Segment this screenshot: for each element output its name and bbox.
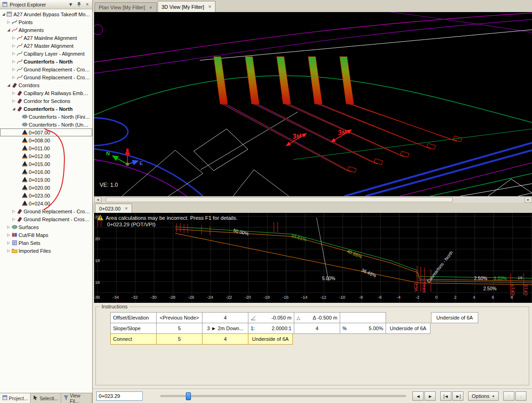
instruction-cell[interactable]: Connect bbox=[110, 333, 157, 345]
collapse-icon[interactable]: ◢ bbox=[6, 28, 11, 32]
tree-item[interactable]: ▷Capillary At Railways Emban... bbox=[0, 89, 92, 97]
station-input[interactable] bbox=[96, 391, 143, 401]
expand-icon[interactable]: ▷ bbox=[11, 51, 16, 56]
close-icon[interactable]: × bbox=[84, 1, 91, 8]
expand-icon[interactable]: ▷ bbox=[11, 217, 16, 221]
tree-item[interactable]: ◢Counterforts - North bbox=[0, 105, 92, 113]
caret-down-icon: ▼ bbox=[492, 395, 495, 398]
tree-item[interactable]: ▷Ground Replacement - Cros... bbox=[0, 65, 92, 73]
collapse-icon[interactable]: ◢ bbox=[1, 12, 6, 16]
view-tab[interactable]: 3D View [My Filter]× bbox=[158, 1, 216, 12]
tree-item[interactable]: ▷Imported Files bbox=[0, 247, 92, 255]
tree-item[interactable]: 0+008.00 bbox=[0, 136, 92, 144]
instruction-cell[interactable] bbox=[340, 312, 386, 323]
instruction-cell[interactable]: 1:2.0000:1 bbox=[248, 323, 294, 334]
instruction-cell[interactable]: 4 bbox=[202, 333, 248, 345]
scrollbar-thumb[interactable] bbox=[106, 197, 453, 202]
expand-icon[interactable]: ▷ bbox=[6, 20, 11, 24]
instruction-cell[interactable]: Underside of 6A bbox=[431, 312, 478, 323]
expand-icon[interactable]: ▷ bbox=[6, 225, 11, 229]
tree-item[interactable]: ▷Surfaces bbox=[0, 223, 92, 231]
instruction-cell[interactable]: -0.050 m bbox=[248, 312, 294, 323]
tree-item[interactable]: 0+012.00 bbox=[0, 152, 92, 160]
tree-item[interactable]: ▷A27 Master Alignment bbox=[0, 42, 92, 50]
horizontal-scrollbar[interactable]: ◄ ► bbox=[94, 196, 532, 203]
collapse-icon[interactable]: ◢ bbox=[6, 83, 11, 87]
move-down-button[interactable]: ↓ bbox=[515, 391, 526, 401]
prev-section-button[interactable]: ◄ bbox=[412, 391, 424, 401]
tree-item[interactable]: 0+007.00 bbox=[0, 128, 92, 136]
expand-icon[interactable]: ▷ bbox=[6, 233, 11, 237]
tree-item[interactable]: ▷Ground Replacement - Cros... bbox=[0, 73, 92, 81]
section-tab[interactable]: 0+023.00 × bbox=[95, 204, 132, 213]
tree-item[interactable]: ▷Corridor for Sections bbox=[0, 97, 92, 105]
tree-item[interactable]: ▷A27 Mainline Alignment bbox=[0, 34, 92, 42]
panel-tab-2[interactable]: View Fil... bbox=[61, 393, 92, 403]
tree-item[interactable]: ▷Counterforts - North bbox=[0, 58, 92, 65]
close-icon[interactable]: × bbox=[125, 206, 127, 211]
instruction-cell[interactable]: △Δ -0.500 m bbox=[294, 312, 340, 323]
expand-icon[interactable]: ▷ bbox=[11, 91, 16, 95]
pin-icon[interactable] bbox=[76, 1, 82, 8]
move-up-button[interactable]: ↑ bbox=[503, 391, 514, 401]
instruction-cell[interactable]: Underside of 6A bbox=[248, 333, 293, 345]
tree-item[interactable]: 0+016.00 bbox=[0, 168, 92, 176]
slider-track[interactable] bbox=[160, 395, 406, 397]
tree-item[interactable]: ◢A27 Arundel Bypass Takeoff Mo... bbox=[0, 10, 92, 18]
tree-item[interactable]: ▷Points bbox=[0, 18, 92, 26]
tree-item[interactable]: 0+024.00 bbox=[0, 199, 92, 207]
next-section-button[interactable]: ► bbox=[424, 391, 436, 401]
close-icon[interactable]: × bbox=[149, 5, 152, 10]
tree-item[interactable]: ▷Ground Replacement - Cros... bbox=[0, 207, 92, 215]
scrollbar-track[interactable] bbox=[101, 197, 525, 203]
instruction-cell[interactable]: Slope/Slope bbox=[110, 323, 157, 334]
last-section-button[interactable]: ►| bbox=[452, 391, 463, 401]
first-section-button-icon: |◄ bbox=[443, 394, 449, 399]
instruction-cell[interactable]: 3 ► 2m Down... bbox=[202, 323, 248, 334]
first-section-button[interactable]: |◄ bbox=[440, 391, 451, 401]
expand-icon[interactable]: ▷ bbox=[6, 249, 11, 253]
tree-item[interactable]: ▷Capillary Layer - Alignment bbox=[0, 50, 92, 58]
panel-tab-1[interactable]: Selecti... bbox=[31, 393, 61, 403]
close-icon[interactable]: × bbox=[209, 4, 211, 9]
slider-thumb[interactable] bbox=[186, 392, 191, 400]
station-slider[interactable] bbox=[160, 391, 406, 401]
instruction-cell[interactable]: 5 bbox=[156, 323, 203, 334]
tree-item[interactable]: 0+011.00 bbox=[0, 144, 92, 152]
tree-item[interactable]: ◢Corridors bbox=[0, 81, 92, 89]
expand-icon[interactable]: ▷ bbox=[11, 67, 16, 71]
collapse-icon[interactable]: ◢ bbox=[11, 107, 16, 111]
tree-item[interactable]: ▷Cut/Fill Maps bbox=[0, 231, 92, 239]
cross-section-viewport[interactable]: Area calculations may be incorrect. Pres… bbox=[94, 213, 532, 303]
view-tab[interactable]: Plan View [My Filter]× bbox=[95, 2, 157, 12]
expand-icon[interactable]: ▷ bbox=[11, 59, 16, 64]
tree-item[interactable]: Counterforts - North (Finish) bbox=[0, 113, 92, 121]
tree-item[interactable]: ▷Ground Replacment - Cross... bbox=[0, 215, 92, 223]
tree-item[interactable]: ▷Plan Sets bbox=[0, 239, 92, 247]
expand-icon[interactable]: ▷ bbox=[11, 75, 16, 79]
tree-item[interactable]: Counterforts - North (Under... bbox=[0, 121, 92, 128]
instruction-cell[interactable]: 4 bbox=[294, 323, 340, 334]
expand-icon[interactable]: ▷ bbox=[11, 99, 16, 103]
tree-item[interactable]: 0+020.00 bbox=[0, 184, 92, 192]
expand-icon[interactable]: ▷ bbox=[11, 44, 16, 48]
instruction-cell[interactable]: <Previous Node> bbox=[156, 312, 203, 323]
tree-item[interactable]: 0+015.00 bbox=[0, 160, 92, 168]
instruction-cell[interactable]: 5 bbox=[156, 333, 203, 345]
3d-viewport[interactable]: VE: 1.0 3м3мNE bbox=[94, 12, 532, 196]
instruction-cell[interactable]: %5.00% bbox=[340, 323, 386, 334]
scroll-left-icon[interactable]: ◄ bbox=[94, 197, 101, 203]
panel-tab-0[interactable]: Project... bbox=[0, 393, 31, 403]
menu-down-icon[interactable]: ▼ bbox=[67, 1, 74, 8]
expand-icon[interactable]: ▷ bbox=[11, 36, 16, 40]
tree-item[interactable]: 0+019.00 bbox=[0, 176, 92, 184]
instruction-cell[interactable]: Offset/Elevation bbox=[110, 312, 157, 323]
options-button[interactable]: Options▼ bbox=[468, 391, 499, 401]
scroll-right-icon[interactable]: ► bbox=[525, 197, 532, 203]
instruction-cell[interactable]: 4 bbox=[202, 312, 248, 323]
expand-icon[interactable]: ▷ bbox=[6, 241, 11, 245]
instruction-cell[interactable]: Underside of 6A bbox=[386, 323, 431, 334]
expand-icon[interactable]: ▷ bbox=[11, 209, 16, 213]
tree-item[interactable]: ◢Alignments bbox=[0, 26, 92, 34]
tree-item[interactable]: 0+023.00 bbox=[0, 192, 92, 199]
